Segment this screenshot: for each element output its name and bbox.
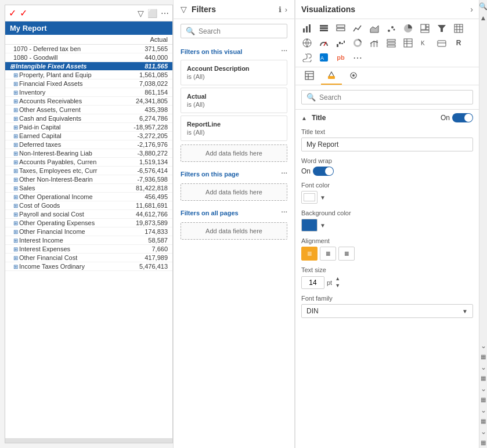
more-options-visual-icon[interactable]: ⋯: [281, 48, 287, 55]
align-left-button[interactable]: ≡: [301, 247, 318, 261]
tab-format[interactable]: [321, 67, 342, 85]
filters-header: ▽ Filters ℹ ›: [174, 0, 294, 19]
filters-on-visual-label: Filters on this visual ⋯: [174, 43, 294, 57]
title-toggle-track[interactable]: [452, 113, 473, 122]
filters-search-input[interactable]: [199, 27, 286, 35]
gauge-icon[interactable]: [316, 36, 332, 50]
funnel-icon[interactable]: [434, 21, 450, 35]
row-value: 1,561,085: [121, 71, 168, 78]
bar-chart-icon[interactable]: [299, 21, 315, 35]
bg-color-swatch[interactable]: [301, 219, 318, 232]
azure-maps-icon[interactable]: A: [316, 50, 332, 64]
text-size-input[interactable]: [301, 276, 324, 289]
row-prefix: ⊞: [13, 220, 18, 226]
filter-card: Account Description is (All): [181, 60, 287, 85]
chevron-down-2[interactable]: ⌄: [479, 362, 488, 373]
filters-on-all-pages-label: Filters on all pages ⋯: [174, 204, 294, 219]
treemap-icon[interactable]: [417, 21, 433, 35]
horizontal-scrollbar[interactable]: [5, 438, 172, 443]
title-text-label: Title text: [301, 128, 473, 135]
r-script-icon[interactable]: R: [450, 36, 467, 50]
row-prefix: ⊞: [13, 255, 18, 261]
combo-chart-icon[interactable]: [366, 36, 383, 50]
row-value: 11,681,691: [121, 202, 168, 209]
font-color-swatch[interactable]: [301, 191, 318, 204]
more-options-all-pages-icon[interactable]: ⋯: [281, 209, 287, 216]
add-fields-all-pages-button[interactable]: Add data fields here: [181, 222, 287, 240]
python-icon[interactable]: [299, 50, 315, 64]
word-wrap-track[interactable]: [313, 167, 334, 176]
font-color-row: Font color ▼: [295, 179, 479, 207]
row-prefix: ⊞: [13, 115, 18, 122]
scroll-up-icon[interactable]: ▲: [479, 13, 487, 23]
table-right-icon-3[interactable]: ▦: [479, 395, 487, 404]
tab-analytics[interactable]: [343, 67, 364, 85]
donut-icon[interactable]: [349, 36, 366, 50]
title-text-input[interactable]: [301, 138, 473, 151]
area-chart-icon[interactable]: [366, 21, 383, 35]
more-options-page-icon[interactable]: ⋯: [281, 170, 287, 178]
text-size-decrement[interactable]: ▼: [334, 283, 341, 289]
font-color-dropdown[interactable]: ▼: [320, 194, 326, 201]
svg-rect-29: [344, 41, 345, 43]
kpi-icon[interactable]: K: [417, 36, 433, 50]
row-label: ⊞Inventory: [13, 89, 121, 96]
card-icon[interactable]: [434, 36, 450, 50]
tab-fields[interactable]: [299, 67, 320, 85]
row-label: ⊞Sales: [13, 185, 121, 192]
viz-search-box[interactable]: 🔍: [301, 90, 473, 104]
search-icon-right[interactable]: 🔍: [478, 1, 487, 12]
line-chart-icon[interactable]: [349, 21, 366, 35]
add-fields-page-button[interactable]: Add data fields here: [181, 183, 287, 201]
stacked-bar-icon[interactable]: [333, 21, 349, 35]
align-right-button[interactable]: ≡: [338, 247, 355, 261]
text-size-stepper[interactable]: ▲ ▼: [334, 276, 341, 289]
collapse-icon: ▲: [301, 115, 307, 121]
expand-icon[interactable]: ⬜: [147, 9, 157, 18]
table-right-icon-2[interactable]: ▦: [479, 374, 487, 382]
info-icon[interactable]: ℹ: [279, 5, 282, 14]
add-fields-visual-button[interactable]: Add data fields here: [181, 144, 287, 162]
svg-rect-22: [454, 24, 463, 32]
bg-color-dropdown[interactable]: ▼: [320, 222, 326, 229]
row-label: ⊞Other Financial Cost: [13, 254, 121, 261]
table-right-icon[interactable]: ▦: [479, 352, 487, 361]
column-chart-icon[interactable]: [316, 21, 332, 35]
viz-expand-icon[interactable]: ›: [470, 5, 473, 14]
title-toggle[interactable]: On: [441, 113, 473, 122]
table-row: ⊞Other Non-Interest-Bearin -7,936,598: [5, 175, 172, 184]
more-visuals-icon[interactable]: ⋯: [349, 50, 366, 64]
viz-search-input[interactable]: [319, 93, 468, 102]
chevron-down-4[interactable]: ⌄: [479, 405, 488, 416]
title-toggle-thumb: [464, 114, 472, 122]
word-wrap-toggle[interactable]: On: [301, 167, 473, 176]
more-options-icon[interactable]: ⋯: [161, 9, 169, 18]
table-right-icon-5[interactable]: ▦: [479, 438, 487, 447]
map-icon[interactable]: [299, 36, 315, 50]
chevron-down-1[interactable]: ⌄: [479, 341, 488, 351]
filter-card: ReportLine is (All): [181, 115, 287, 141]
align-center-button[interactable]: ≡: [320, 247, 336, 261]
chevron-down-5[interactable]: ⌄: [479, 427, 488, 437]
row-prefix: ⊞: [13, 159, 18, 165]
bg-color-row: Background color ▼: [295, 207, 479, 235]
scatter-chart-icon[interactable]: [383, 21, 399, 35]
report-table: 1070 - Deferred tax ben 371,565 1080 - G…: [5, 45, 172, 271]
font-family-select[interactable]: DIN ▼: [301, 304, 473, 318]
pie-chart-icon[interactable]: [400, 21, 416, 35]
row-label: ⊞Other Operating Expenses: [13, 219, 121, 226]
row-value: 6,274,786: [121, 115, 168, 122]
chevron-down-3[interactable]: ⌄: [479, 384, 488, 394]
matrix-icon[interactable]: [450, 21, 467, 35]
title-section-header[interactable]: ▲ Title On: [295, 110, 479, 126]
slicer-icon[interactable]: [383, 36, 399, 50]
filter-card-sub: is (All): [187, 101, 281, 108]
table-right-icon-4[interactable]: ▦: [479, 417, 487, 425]
text-size-increment[interactable]: ▲: [334, 276, 341, 282]
filters-search-box[interactable]: 🔍: [181, 24, 287, 38]
expand-filters-icon[interactable]: ›: [285, 5, 287, 14]
table-icon[interactable]: [400, 36, 416, 50]
filter-icon[interactable]: ▽: [138, 9, 144, 18]
waterfall-icon[interactable]: [333, 36, 349, 50]
custom-visual-1[interactable]: pb: [333, 50, 349, 64]
